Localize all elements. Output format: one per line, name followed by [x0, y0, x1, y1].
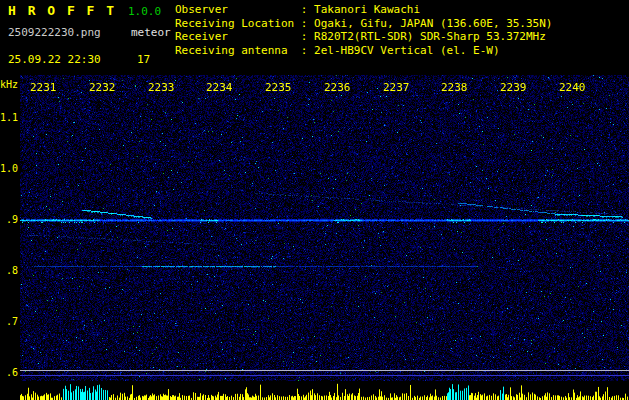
output-filename: 2509222230.png [8, 26, 101, 39]
y-axis-unit: kHz [0, 79, 18, 91]
x-tick-label: 2235 [265, 82, 292, 93]
y-tick-label: .8 [0, 265, 18, 277]
x-tick-label: 2239 [500, 82, 527, 93]
x-tick-label: 2231 [30, 82, 57, 93]
observation-mode: meteor [131, 26, 171, 39]
info-line-receiver: Receiver : R820T2(RTL-SDR) SDR-Sharp 53.… [175, 30, 553, 44]
x-tick-label: 2234 [206, 82, 233, 93]
info-line-observer: Observer : Takanori Kawachi [175, 3, 553, 17]
station-info: Observer : Takanori Kawachi Receiving Lo… [175, 3, 553, 57]
info-line-location: Receiving Location : Ogaki, Gifu, JAPAN … [175, 17, 553, 31]
signal-level-bars-canvas [20, 382, 629, 400]
echo-count: 17 [137, 53, 150, 66]
y-tick-label: .6 [0, 367, 18, 379]
x-tick-label: 2233 [148, 82, 175, 93]
x-tick-label: 2236 [324, 82, 351, 93]
y-tick-label: 1.0 [0, 163, 18, 175]
x-tick-label: 2238 [441, 82, 468, 93]
y-tick-label: .9 [0, 214, 18, 226]
x-tick-label: 2232 [89, 82, 116, 93]
app-title: H R O F F T [8, 3, 116, 18]
info-line-antenna: Receiving antenna : 2el-HB9CV Vertical (… [175, 44, 553, 58]
hrofft-window: H R O F F T 1.0.0 2509222230.png meteor … [0, 0, 629, 400]
timestamp: 25.09.22 22:30 [8, 53, 101, 66]
y-tick-label: .7 [0, 316, 18, 328]
spectrogram-canvas [20, 75, 629, 381]
app-version: 1.0.0 [128, 5, 161, 18]
x-tick-label: 2240 [559, 82, 586, 93]
x-tick-label: 2237 [383, 82, 410, 93]
y-tick-label: 1.1 [0, 112, 18, 124]
